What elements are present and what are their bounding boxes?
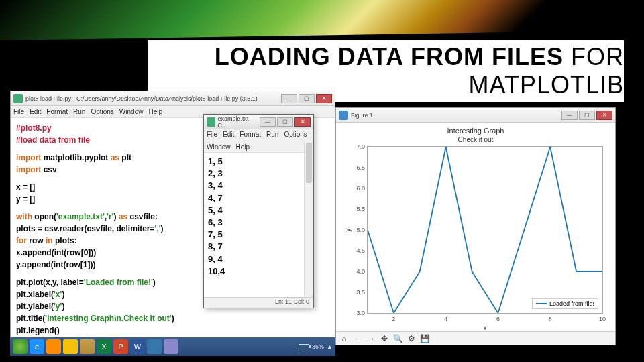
y-tick-label: 3.5 (350, 289, 365, 296)
menu-file[interactable]: File (207, 131, 217, 138)
figure-titlebar[interactable]: Figure 1 — ▢ ✕ (336, 108, 615, 123)
code-line: plt.legend() (16, 324, 329, 337)
text-file-icon (207, 117, 215, 127)
data-line: 6, 3 (208, 217, 309, 229)
menu-edit[interactable]: Edit (223, 131, 234, 138)
editor-title: plot8 load File.py - C:/Users/anny/Deskt… (25, 95, 258, 102)
legend: Loaded from file! (532, 298, 598, 309)
forward-icon[interactable]: → (366, 334, 376, 343)
matplotlib-icon (339, 111, 348, 120)
system-tray[interactable]: 36% ▲ (299, 343, 333, 350)
chrome-icon[interactable] (63, 339, 78, 354)
x-tick-label: 2 (392, 316, 395, 322)
notepad-window: example.txt - C… — ▢ ✕ File Edit Format … (203, 114, 314, 308)
home-icon[interactable]: ⌂ (339, 334, 350, 343)
explorer-icon[interactable] (80, 339, 95, 354)
menu-options[interactable]: Options (91, 108, 113, 115)
back-icon[interactable]: ← (352, 334, 363, 343)
data-line: 5, 4 (208, 204, 309, 217)
data-line: 2, 3 (208, 168, 309, 180)
minimize-button[interactable]: — (281, 94, 297, 103)
menu-run[interactable]: Run (73, 108, 85, 115)
x-tick-label: 10 (599, 316, 606, 322)
close-button[interactable]: ✕ (294, 117, 311, 127)
python-app-icon[interactable] (147, 339, 162, 354)
maximize-button[interactable]: ▢ (277, 117, 293, 127)
x-tick-label: 4 (444, 316, 447, 322)
save-icon[interactable]: 💾 (419, 334, 430, 343)
excel-icon[interactable]: X (97, 339, 111, 354)
ie-icon[interactable]: e (30, 339, 44, 354)
close-button[interactable]: ✕ (316, 94, 332, 103)
y-tick-label: 4.0 (350, 268, 365, 275)
menu-run[interactable]: Run (266, 131, 278, 138)
firefox-icon[interactable] (46, 339, 61, 354)
slide-ribbon (0, 0, 644, 40)
maximize-button[interactable]: ▢ (579, 111, 595, 120)
close-button[interactable]: ✕ (596, 111, 612, 120)
notepad-content[interactable]: 1, 5 2, 3 3, 4 4, 7 5, 4 6, 3 7, 5 8, 7 … (204, 153, 313, 280)
axes-box: Loaded from file! y x 3.03.54.04.55.05.5… (367, 146, 603, 314)
menu-format[interactable]: Format (239, 131, 261, 138)
tray-chevron-icon[interactable]: ▲ (327, 343, 333, 350)
figure-toolbar: ⌂ ← → ✥ 🔍 ⚙ 💾 (336, 331, 615, 345)
chart-subtitle: Check it out (343, 136, 608, 143)
scrollbar[interactable] (304, 141, 313, 297)
menu-window[interactable]: Window (119, 108, 144, 115)
y-tick-label: 3.0 (350, 310, 365, 316)
data-line: 4, 7 (208, 192, 309, 204)
chart-area: Interesting Graph Check it out Loaded fr… (336, 123, 615, 331)
configure-icon[interactable]: ⚙ (406, 334, 417, 343)
data-line: 7, 5 (208, 229, 309, 241)
maximize-button[interactable]: ▢ (299, 94, 315, 103)
menu-format[interactable]: Format (46, 108, 68, 115)
notepad-status: Ln: 11 Col: 0 (204, 297, 313, 308)
notepad-title: example.txt - C… (218, 115, 260, 129)
menu-options[interactable]: Options (284, 131, 307, 138)
figure-window: Figure 1 — ▢ ✕ Interesting Graph Check i… (335, 107, 616, 345)
chart-title: Interesting Graph (343, 127, 608, 135)
y-tick-label: 4.5 (350, 247, 365, 254)
notepad-menubar: File Edit Format Run Options Window Help (204, 129, 313, 153)
python-icon (13, 94, 23, 103)
notepad-app-icon[interactable] (164, 339, 178, 354)
menu-help[interactable]: Help (236, 143, 250, 151)
line-plot (368, 147, 602, 313)
battery-percent: 36% (312, 343, 324, 350)
battery-icon (299, 344, 309, 349)
editor-window-controls: — ▢ ✕ (281, 94, 332, 103)
menu-edit[interactable]: Edit (30, 108, 41, 115)
slide-title-strong: LOADING DATA FROM FILES (215, 43, 564, 70)
data-line: 10,4 (208, 265, 309, 278)
legend-label: Loaded from file! (549, 300, 594, 307)
start-button[interactable] (13, 339, 28, 354)
minimize-button[interactable]: — (260, 117, 276, 127)
figure-window-controls: — ▢ ✕ (561, 111, 612, 120)
x-tick-label: 8 (549, 316, 552, 322)
y-tick-label: 6.0 (350, 185, 365, 192)
data-line: 9, 4 (208, 253, 309, 265)
y-tick-label: 5.0 (350, 227, 365, 233)
legend-swatch (536, 303, 547, 304)
word-icon[interactable]: W (130, 339, 145, 354)
figure-title: Figure 1 (351, 112, 373, 119)
y-tick-label: 7.0 (350, 143, 365, 150)
zoom-icon[interactable]: 🔍 (392, 334, 403, 343)
x-tick-label: 6 (496, 316, 500, 322)
data-line: 1, 5 (208, 156, 309, 168)
notepad-window-controls: — ▢ ✕ (260, 117, 311, 127)
notepad-titlebar[interactable]: example.txt - C… — ▢ ✕ (204, 115, 313, 129)
taskbar: e X P W 36% ▲ (10, 337, 335, 356)
y-tick-label: 5.5 (350, 206, 365, 213)
x-axis-label: x (484, 324, 487, 332)
pan-icon[interactable]: ✥ (379, 334, 390, 343)
code-line: plt.title('Interesting Graph\n.Check it … (16, 312, 329, 324)
data-line: 3, 4 (208, 180, 309, 192)
minimize-button[interactable]: — (561, 111, 578, 120)
y-tick-label: 6.5 (350, 164, 365, 171)
menu-help[interactable]: Help (148, 108, 162, 115)
menu-file[interactable]: File (13, 108, 24, 115)
menu-window[interactable]: Window (207, 143, 231, 151)
powerpoint-icon[interactable]: P (113, 339, 128, 354)
editor-titlebar[interactable]: plot8 load File.py - C:/Users/anny/Deskt… (11, 91, 335, 106)
